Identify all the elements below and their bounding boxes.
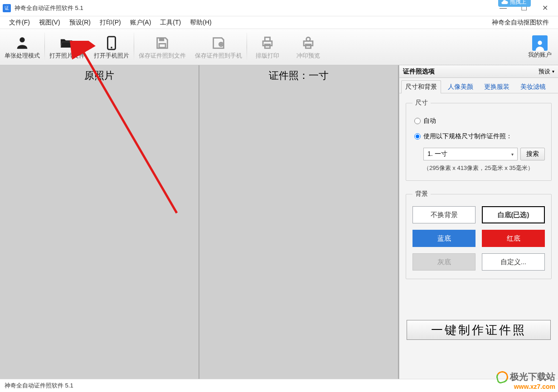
toolbar-spacer [329, 29, 522, 65]
svg-rect-3 [159, 38, 164, 41]
size-select[interactable]: 1. 一寸 [423, 148, 518, 160]
open-phone-label: 打开手机照片 [94, 52, 129, 60]
size-group: 尺寸 自动 使用以下规格尺寸制作证件照： 1. 一寸 搜索 （295像素 x 4… [406, 99, 552, 181]
background-grid: 不换背景 白底(已选) 蓝底 红底 灰底 自定义... [412, 206, 545, 271]
size-legend: 尺寸 [412, 99, 431, 107]
svg-point-0 [19, 37, 24, 42]
save-icon [155, 34, 170, 52]
menu-help[interactable]: 帮助(H) [185, 19, 216, 27]
radio-spec-label: 使用以下规格尺寸制作证件照： [423, 132, 512, 140]
tab-clothes[interactable]: 更换服装 [480, 80, 514, 93]
menu-tools[interactable]: 工具(T) [155, 19, 185, 27]
app-icon: 证 [3, 4, 11, 12]
print-layout-button[interactable]: 排版打印 [247, 29, 288, 65]
printer-icon [260, 34, 275, 52]
tab-beauty[interactable]: 人像美颜 [444, 80, 477, 93]
print-layout-label: 排版打印 [256, 52, 279, 60]
options-header: 证件照选项 预设 [399, 65, 558, 78]
print-preview-button[interactable]: 冲印预览 [288, 29, 329, 65]
original-photo-pane: 原照片 [0, 65, 199, 379]
options-header-title: 证件照选项 [403, 68, 435, 76]
print-preview-label: 冲印预览 [296, 52, 320, 60]
radio-auto-input[interactable] [414, 118, 421, 124]
original-photo-title: 原照片 [0, 65, 199, 82]
svg-rect-8 [265, 44, 270, 48]
menu-print[interactable]: 打印(P) [95, 19, 126, 27]
bg-custom[interactable]: 自定义... [482, 253, 545, 271]
status-bar: 神奇全自动证件照软件 5.1 [0, 379, 558, 392]
svg-point-10 [306, 37, 311, 41]
open-file-button[interactable]: 打开照片文件 [45, 29, 89, 65]
save-phone-icon [211, 34, 226, 52]
save-phone-label: 保存证件照到手机 [195, 52, 242, 60]
title-bar: 证 神奇全自动证件照软件 5.1 拖拽上 — ☐ ✕ [0, 0, 558, 16]
my-account-button[interactable]: 我的账户 [522, 29, 558, 65]
bg-white-selected[interactable]: 白底(已选) [482, 206, 545, 223]
radio-auto[interactable]: 自动 [414, 117, 545, 125]
svg-rect-4 [159, 44, 165, 48]
one-click-make-button[interactable]: 一键制作证件照 [407, 320, 551, 340]
svg-rect-11 [306, 44, 311, 48]
tab-size-bg[interactable]: 尺寸和背景 [401, 80, 441, 93]
menu-bar: 文件(F) 视图(V) 预设(R) 打印(P) 账户(A) 工具(T) 帮助(H… [0, 16, 558, 29]
options-panel: 证件照选项 预设 尺寸和背景 人像美颜 更换服装 美妆滤镜 尺寸 自动 使用以下… [399, 65, 558, 379]
options-body: 尺寸 自动 使用以下规格尺寸制作证件照： 1. 一寸 搜索 （295像素 x 4… [399, 93, 558, 379]
cloud-tag[interactable]: 拖拽上 [498, 0, 531, 7]
status-text: 神奇全自动证件照软件 5.1 [5, 382, 73, 390]
svg-point-12 [538, 40, 542, 44]
preset-dropdown[interactable]: 预设 [539, 68, 554, 76]
svg-rect-7 [265, 37, 270, 41]
bg-blue[interactable]: 蓝底 [412, 230, 476, 247]
bg-no-change[interactable]: 不换背景 [412, 206, 476, 223]
open-phone-button[interactable]: 打开手机照片 [89, 29, 134, 65]
id-photo-pane: 证件照：一寸 [199, 65, 399, 379]
search-button[interactable]: 搜索 [520, 148, 545, 160]
window-title: 神奇全自动证件照软件 5.1 [15, 4, 83, 12]
save-file-button[interactable]: 保存证件照到文件 [134, 29, 190, 65]
size-hint: （295像素 x 413像素，25毫米 x 35毫米） [423, 164, 545, 172]
phone-icon [104, 34, 119, 52]
options-tabs: 尺寸和背景 人像美颜 更换服装 美妆滤镜 [399, 78, 558, 93]
menu-file[interactable]: 文件(F) [5, 19, 34, 27]
bg-gray[interactable]: 灰底 [412, 253, 476, 271]
radio-spec-input[interactable] [414, 133, 421, 140]
open-file-label: 打开照片文件 [49, 52, 85, 60]
print-preview-icon [301, 34, 316, 52]
cloud-tag-label: 拖拽上 [510, 0, 526, 6]
background-legend: 背景 [412, 190, 431, 198]
close-button[interactable]: ✕ [534, 0, 555, 16]
single-mode-button[interactable]: 单张处理模式 [0, 29, 44, 65]
size-select-value: 1. 一寸 [427, 150, 447, 158]
my-account-label: 我的账户 [528, 51, 552, 59]
size-select-row: 1. 一寸 搜索 [423, 148, 545, 160]
tab-filter[interactable]: 美妆滤镜 [516, 80, 550, 93]
folder-open-icon [59, 34, 75, 52]
toolbar: 单张处理模式 打开照片文件 打开手机照片 保存证件照到文件 保存证件照到手机 排… [0, 29, 558, 65]
menu-view[interactable]: 视图(V) [34, 19, 65, 27]
avatar-icon [532, 35, 548, 51]
menubar-right-label[interactable]: 神奇全自动抠图软件 [492, 19, 553, 27]
radio-auto-label: 自动 [423, 117, 436, 125]
svg-point-2 [111, 47, 112, 48]
save-file-label: 保存证件照到文件 [139, 52, 186, 60]
id-photo-title: 证件照：一寸 [199, 65, 398, 82]
content-area: 原照片 证件照：一寸 证件照选项 预设 尺寸和背景 人像美颜 更换服装 美妆滤镜… [0, 65, 558, 379]
radio-spec[interactable]: 使用以下规格尺寸制作证件照： [414, 132, 545, 140]
cloud-icon [501, 0, 508, 6]
menu-account[interactable]: 账户(A) [126, 19, 156, 27]
person-icon [15, 34, 30, 52]
bg-red[interactable]: 红底 [482, 230, 545, 247]
menu-preset[interactable]: 预设(R) [65, 19, 95, 27]
save-phone-button[interactable]: 保存证件照到手机 [190, 29, 247, 65]
single-mode-label: 单张处理模式 [5, 52, 40, 60]
background-group: 背景 不换背景 白底(已选) 蓝底 红底 灰底 自定义... [406, 190, 552, 279]
